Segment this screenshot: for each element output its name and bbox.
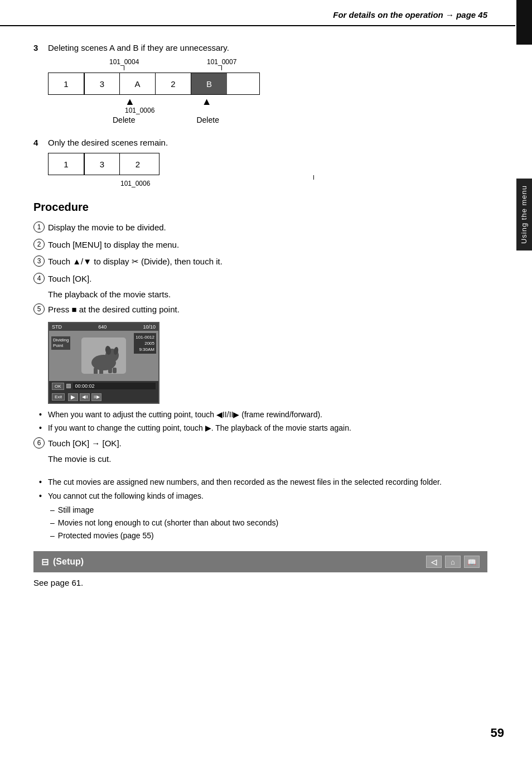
cam-year: 2005	[136, 340, 154, 346]
proc-step-5-num: 5	[33, 303, 45, 315]
proc-bullet-1: • When you want to adjust the cutting po…	[39, 409, 487, 421]
proc-step-4-num: 4	[33, 273, 45, 284]
scene-boxes-row: 1 3 A 2 B	[48, 73, 260, 95]
dash-3-dash: –	[50, 531, 55, 542]
proc-step-2: 2 Touch [MENU] to display the menu.	[33, 239, 487, 252]
cam-play-btn[interactable]: ▶	[68, 393, 78, 401]
proc-step-6: 6 Touch [OK] → [OK].	[33, 437, 487, 450]
main-content: 3 Deleting scenes A and B if they are un…	[0, 26, 515, 609]
procedure-section: Procedure 1 Display the movie to be divi…	[33, 201, 487, 464]
proc-step-6-num: 6	[33, 437, 45, 449]
cam-top-left: STD	[52, 324, 62, 330]
step4-label: 101_0006	[120, 180, 487, 187]
proc-bullet-2-text: If you want to change the cutting point,…	[48, 423, 351, 434]
cam-ctrl-btns: ▶ ◀II II▶	[68, 393, 101, 401]
proc-step-2-text: Touch [MENU] to display the menu.	[48, 239, 487, 252]
dash-3: – Protected movies (page 55)	[50, 531, 487, 542]
proc-step-3-num: 3	[33, 255, 45, 267]
cam-right-info: 101-0012 2005 9:30AM	[134, 333, 156, 354]
setup-bar-left: ⊟ (Setup)	[41, 557, 84, 567]
page-number: 59	[491, 726, 504, 740]
proc-bullet-1-text: When you want to adjust the cutting poin…	[48, 409, 322, 421]
proc-step-4-sub: The playback of the movie starts.	[48, 290, 487, 299]
cam-frame-fwd-btn[interactable]: II▶	[91, 393, 101, 401]
note-1: • The cut movies are assigned new number…	[39, 477, 487, 488]
step-4-header: 4 Only the desired scenes remain.	[33, 138, 487, 147]
cam-time: 9:30AM	[136, 346, 154, 353]
scene-box-2: 2	[156, 73, 191, 94]
proc-step-1-num: 1	[33, 221, 45, 233]
label-101-0006-step3: 101_0006	[125, 107, 260, 114]
cam-progress-bar	[66, 384, 71, 388]
step4-box-3: 3	[84, 153, 120, 175]
proc-step-5: 5 Press ■ at the desired cutting point.	[33, 303, 487, 316]
step-3-header: 3 Deleting scenes A and B if they are un…	[33, 43, 487, 52]
note-2-dot: •	[39, 491, 45, 502]
step4-connector	[139, 175, 487, 180]
setup-icon-2: ⌂	[445, 556, 461, 568]
bullet-dot-2: •	[39, 423, 45, 434]
dash-1: – Still image	[50, 505, 487, 516]
cam-body: Dividing Point 101-0012 2005 9:30AM	[49, 331, 158, 381]
top-right-decoration	[516, 0, 532, 45]
side-tab-label: Using the menu	[520, 185, 528, 244]
delete-labels: Delete Delete	[48, 115, 260, 124]
step-3-text: Deleting scenes A and B if they are unne…	[48, 43, 229, 52]
delete-1: Delete	[113, 115, 135, 124]
label-101-0007-text: 101_0007	[207, 58, 236, 66]
dash-2-dash: –	[50, 518, 55, 529]
dash-1-text: Still image	[58, 505, 94, 516]
cam-file: 101-0012	[136, 334, 154, 340]
step4-box-2: 2	[120, 153, 156, 175]
cam-timecode: 00:00:02	[73, 383, 156, 389]
svg-rect-5	[94, 368, 98, 374]
svg-rect-7	[108, 368, 112, 373]
setup-icon-1: ◁	[426, 556, 442, 568]
see-page: See page 61.	[33, 578, 487, 587]
setup-bar-icons: ◁ ⌂ 📖	[426, 556, 480, 568]
step4-box-1: 1	[49, 153, 84, 175]
cam-exit-row[interactable]: Exit ▶ ◀II II▶	[49, 392, 158, 403]
label-101-0006-text: 101_0006	[125, 107, 154, 114]
header-text: For details on the operation	[333, 10, 443, 20]
step-4-number: 4	[33, 138, 43, 147]
note-1-text: The cut movies are assigned new numbers,…	[48, 477, 442, 488]
setup-icon-3: 📖	[464, 556, 480, 568]
proc-step-4: 4 Touch [OK].	[33, 273, 487, 286]
main-notes: • The cut movies are assigned new number…	[39, 477, 487, 502]
proc-step-4-text: Touch [OK].	[48, 273, 487, 286]
bullet-dot-1: •	[39, 409, 45, 421]
dash-list: – Still image – Movies not long enough t…	[50, 505, 487, 541]
step-4-text: Only the desired scenes remain.	[48, 138, 168, 147]
cam-top-center: 640	[98, 324, 107, 330]
step-4-diagram: 1 3 2 101_0006	[48, 153, 487, 187]
side-tab: Using the menu	[516, 179, 532, 250]
setup-icon: ⊟	[41, 557, 49, 567]
cam-frame-back-btn[interactable]: ◀II	[80, 393, 90, 401]
proc-step-2-num: 2	[33, 239, 45, 250]
cam-ok-button[interactable]: OK	[52, 383, 64, 390]
scene-box-A: A	[120, 73, 156, 94]
cam-dividing: Dividing	[53, 337, 69, 343]
arrow-B: ▲	[202, 97, 212, 107]
scene-box-3: 3	[84, 73, 120, 94]
label-101-0007: 101_0007	[207, 58, 236, 70]
note-2: • You cannot cut the following kinds of …	[39, 491, 487, 502]
note-2-text: You cannot cut the following kinds of im…	[48, 491, 204, 502]
cam-exit-button[interactable]: Exit	[52, 393, 65, 401]
cam-bottom-bar[interactable]: OK 00:00:02	[49, 381, 158, 392]
proc-bullets: • When you want to adjust the cutting po…	[39, 409, 487, 434]
dash-2: – Movies not long enough to cut (shorter…	[50, 518, 487, 529]
proc-step-5-text: Press ■ at the desired cutting point.	[48, 303, 487, 316]
delete-2: Delete	[196, 115, 219, 124]
setup-bar: ⊟ (Setup) ◁ ⌂ 📖	[33, 551, 487, 572]
camera-screenshot: STD 640 10/10 Dividing Point 101-0012 20…	[48, 322, 159, 404]
step-3-number: 3	[33, 43, 43, 52]
arrow-A: ▲	[125, 97, 135, 107]
step-3: 3 Deleting scenes A and B if they are un…	[33, 43, 487, 124]
note-1-dot: •	[39, 477, 45, 488]
procedure-title: Procedure	[33, 201, 487, 214]
header-page: page 45	[456, 10, 487, 20]
cam-top-date: 10/10	[143, 324, 156, 330]
proc-step-3-text: Touch ▲/▼ to display ✂ (Divide), then to…	[48, 255, 487, 268]
